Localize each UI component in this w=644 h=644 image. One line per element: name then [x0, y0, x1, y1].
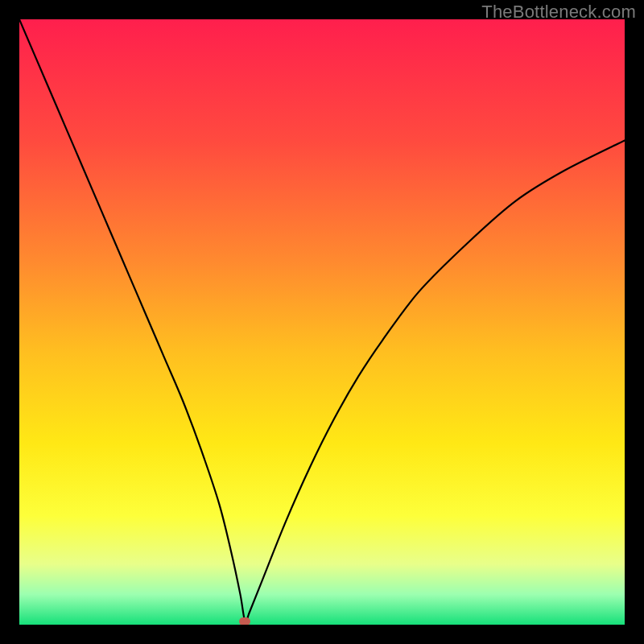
plot-area: [19, 19, 625, 625]
optimum-marker: [239, 617, 250, 625]
watermark-text: TheBottleneck.com: [481, 2, 636, 23]
chart-frame: TheBottleneck.com: [0, 0, 644, 644]
chart-svg: [19, 19, 625, 625]
gradient-background: [19, 19, 625, 625]
